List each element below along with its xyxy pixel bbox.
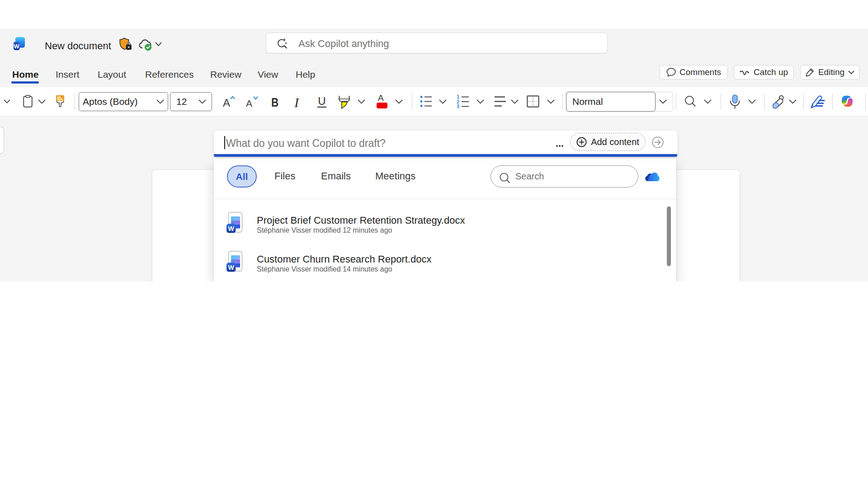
svg-text:W: W xyxy=(228,225,235,232)
svg-text:W: W xyxy=(228,264,235,271)
svg-text:3: 3 xyxy=(457,103,459,108)
svg-text:W: W xyxy=(14,43,20,50)
